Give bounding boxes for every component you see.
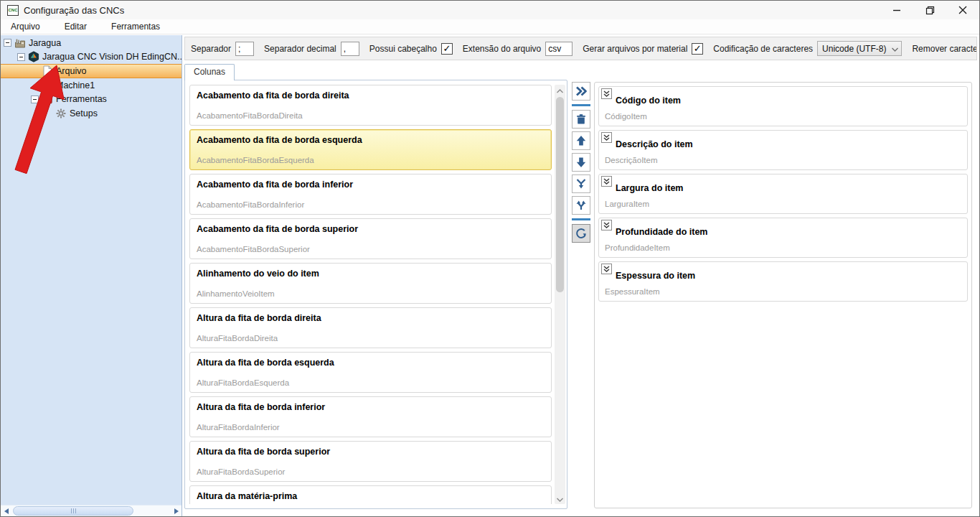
remover-caracteres-especiais-label: Remover caracteres especiais xyxy=(912,44,977,54)
tree-item-arquivo[interactable]: Arquivo xyxy=(1,64,182,78)
window-title: Configuração das CNCs xyxy=(24,5,124,16)
move-down-button[interactable] xyxy=(572,153,590,172)
scroll-left-button[interactable] xyxy=(1,506,11,517)
machine-icon xyxy=(42,80,53,91)
column-code: AcabamentoFitaBordaInferior xyxy=(197,200,304,209)
column-code: CódigoItem xyxy=(605,112,647,121)
split-button[interactable] xyxy=(572,196,590,215)
separador-decimal-input[interactable] xyxy=(341,42,359,56)
tree-item-setups[interactable]: Setups xyxy=(1,106,182,121)
selected-column-card[interactable]: Espessura do item EspessuraItem xyxy=(598,261,968,302)
column-title: Acabamento da fita de borda inferior xyxy=(197,180,353,190)
column-title: Altura da fita de borda inferior xyxy=(197,402,325,412)
trash-icon xyxy=(575,113,587,125)
separador-input[interactable] xyxy=(235,42,254,56)
tab-colunas[interactable]: Colunas xyxy=(184,64,235,80)
menu-item-editar[interactable]: Editar xyxy=(57,20,94,33)
tree-item-jaragua[interactable]: Jaragua xyxy=(1,36,182,50)
chevron-down-icon xyxy=(557,493,563,504)
column-code: DescriçãoItem xyxy=(605,156,658,164)
triangle-right-icon xyxy=(174,506,179,516)
available-column-card[interactable]: Altura da fita de borda esquerda AlturaF… xyxy=(189,352,552,393)
column-title: Altura da fita de borda superior xyxy=(197,447,330,457)
available-column-card[interactable]: Acabamento da fita de borda direita Acab… xyxy=(189,85,552,126)
minimize-button[interactable] xyxy=(880,1,913,19)
column-code: EspessuraItem xyxy=(605,287,660,296)
column-title: Descrição do item xyxy=(616,139,693,149)
codificacao-caracteres-label: Codificação de caracteres xyxy=(713,44,813,54)
arrow-up-icon xyxy=(575,135,587,146)
machine-tree-panel: Jaragua Jaragua CNC Vision DH EdingCN...… xyxy=(1,35,182,516)
app-icon: CNC xyxy=(7,5,19,16)
codificacao-caracteres-select[interactable]: Unicode (UTF-8) xyxy=(817,41,902,56)
selected-columns-panel: Código do item CódigoItem Descrição do i… xyxy=(594,82,972,508)
extensao-arquivo-input[interactable] xyxy=(545,42,573,56)
column-title: Acabamento da fita de borda esquerda xyxy=(197,135,362,145)
restore-icon xyxy=(925,6,935,15)
selected-column-card[interactable]: Largura do item LarguraItem xyxy=(598,174,968,214)
available-column-card[interactable]: Altura da fita de borda direita AlturaFi… xyxy=(189,307,552,348)
scrollbar-thumb[interactable] xyxy=(556,97,564,292)
column-title: Espessura do item xyxy=(616,271,695,281)
tree-item-ferramentas[interactable]: Ferramentas xyxy=(1,93,182,107)
column-action-buttons xyxy=(572,82,590,243)
available-column-card[interactable]: Acabamento da fita de borda inferior Aca… xyxy=(189,174,552,215)
available-column-card[interactable]: Altura da fita de borda superior AlturaF… xyxy=(189,441,552,482)
column-title: Largura do item xyxy=(616,183,683,193)
factory-icon xyxy=(14,37,26,49)
separator xyxy=(572,104,590,106)
scrollbar-track[interactable] xyxy=(555,96,565,493)
maximize-button[interactable] xyxy=(913,1,946,19)
double-chevron-down-icon xyxy=(601,176,612,187)
tree-item-label: Machine1 xyxy=(56,80,98,90)
column-title: Profundidade do item xyxy=(616,227,707,237)
tree-item-jaragua-cnc-vision-dh-edingcn[interactable]: Jaragua CNC Vision DH EdingCN... xyxy=(1,50,182,65)
codificacao-caracteres-value: Unicode (UTF-8) xyxy=(822,44,886,54)
chevron-up-icon xyxy=(557,85,563,96)
column-title: Altura da fita de borda esquerda xyxy=(197,358,334,368)
scrollbar-track[interactable] xyxy=(11,506,171,516)
scroll-down-button[interactable] xyxy=(555,493,565,504)
tree-item-label: Setups xyxy=(70,108,100,118)
column-code: AcabamentoFitaBordaEsquerda xyxy=(197,156,314,164)
column-code: AlturaFitaBordaDireita xyxy=(197,334,278,343)
tree-item-machine1[interactable]: Machine1 xyxy=(1,78,182,93)
scroll-right-button[interactable] xyxy=(171,506,182,517)
possui-cabecalho-checkbox[interactable]: ✓ xyxy=(441,43,453,55)
toolbox-icon xyxy=(42,93,53,105)
delete-button[interactable] xyxy=(572,110,590,129)
move-all-right-button[interactable] xyxy=(572,82,590,101)
column-code: AcabamentoFitaBordaDireita xyxy=(197,111,303,120)
available-column-card[interactable]: Alinhamento do veio do item AlinhamentoV… xyxy=(189,263,552,304)
file-settings-toolbar: SeparadorSeparador decimalPossui cabeçal… xyxy=(184,37,977,60)
merge-button[interactable] xyxy=(572,174,590,193)
scroll-up-button[interactable] xyxy=(555,85,565,96)
tree-item-label: Ferramentas xyxy=(56,94,110,104)
selected-column-card[interactable]: Código do item CódigoItem xyxy=(598,86,968,126)
available-column-card[interactable]: Acabamento da fita de borda esquerda Aca… xyxy=(189,129,552,170)
collapse-expander-icon[interactable] xyxy=(31,96,39,103)
collapse-expander-icon[interactable] xyxy=(4,39,11,47)
available-column-card[interactable]: Altura da matéria-prima xyxy=(189,485,552,504)
menu-item-arquivo[interactable]: Arquivo xyxy=(4,20,47,33)
minimize-icon xyxy=(892,6,901,14)
selected-column-card[interactable]: Profundidade do item ProfundidadeItem xyxy=(598,218,968,258)
available-column-card[interactable]: Acabamento da fita de borda superior Aca… xyxy=(189,218,552,259)
collapse-expander-icon[interactable] xyxy=(17,53,25,61)
column-code: AlturaFitaBordaSuperior xyxy=(197,467,285,476)
double-chevron-down-icon xyxy=(601,220,612,230)
triangle-left-icon xyxy=(4,506,9,516)
scrollbar-thumb[interactable] xyxy=(13,506,133,516)
refresh-button[interactable] xyxy=(572,224,590,243)
available-column-card[interactable]: Altura da fita de borda inferior AlturaF… xyxy=(189,396,552,437)
close-button[interactable] xyxy=(946,1,979,19)
column-code: LarguraItem xyxy=(605,200,649,208)
column-code: AcabamentoFitaBordaSuperior xyxy=(197,245,310,253)
column-code: AlturaFitaBordaInferior xyxy=(197,423,280,432)
gerar-arquivos-material-checkbox[interactable]: ✓ xyxy=(692,43,703,55)
move-up-button[interactable] xyxy=(572,131,590,150)
menu-item-ferramentas[interactable]: Ferramentas xyxy=(104,20,167,33)
app-window: CNC Configuração das CNCs ArquivoEditarF… xyxy=(0,0,980,517)
gear-icon xyxy=(55,108,67,119)
selected-column-card[interactable]: Descrição do item DescriçãoItem xyxy=(598,130,968,170)
